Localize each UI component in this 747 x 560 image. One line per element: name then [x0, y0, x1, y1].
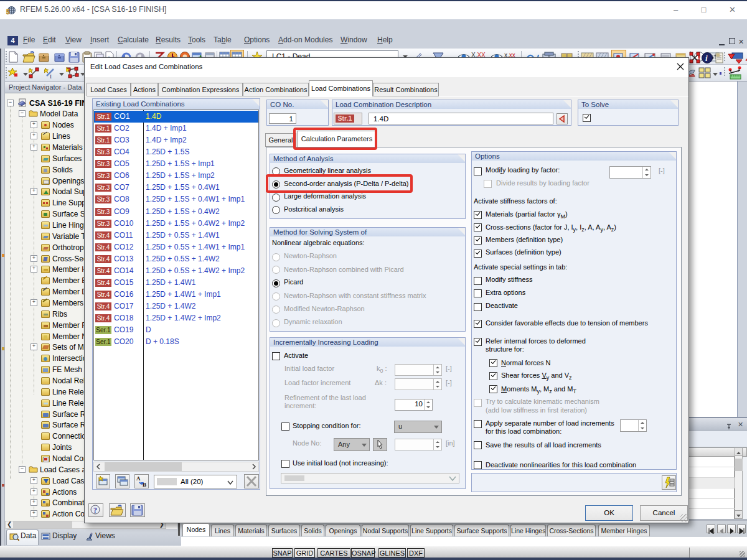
- svg-text:5: 5: [6, 9, 10, 16]
- svg-text:i: i: [705, 54, 708, 63]
- svg-text:I: I: [50, 73, 52, 79]
- svg-text:?: ?: [93, 506, 97, 515]
- svg-text:A: A: [136, 475, 141, 482]
